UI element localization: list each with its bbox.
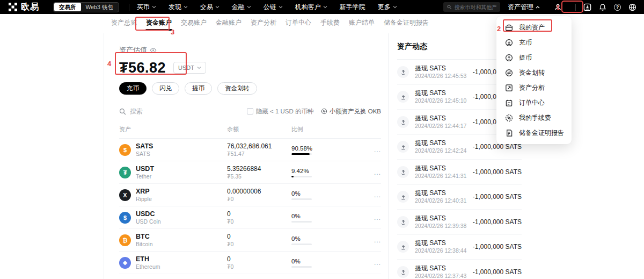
activity-item-amount: -1,000,000 SATS [473,243,522,251]
activity-item-title: 提现 SATS [415,65,473,72]
xrp-coin-icon: X [119,189,131,201]
activity-item[interactable]: 提现 SATS 2024/02/26 12:38:44 -1,000,000 S… [397,235,522,260]
asset-search-input[interactable] [130,108,194,115]
coin-symbol: USDT [136,165,154,173]
download-app-button[interactable] [583,3,591,11]
topbar-nav-item[interactable]: 交易 [200,3,219,12]
tab-资金账户[interactable]: 资金账户 [145,13,173,32]
report-icon [505,129,513,137]
topbar-nav-item[interactable]: 发现 [169,3,188,12]
activity-item-time: 2024/02/26 12:42:24 [415,147,473,154]
tab-账户结单[interactable]: 账户结单 [348,13,376,32]
topbar-nav-item[interactable]: 机构客户 [295,3,327,12]
row-more-button[interactable]: ... [356,169,381,176]
menu-item-资金划转[interactable]: 资金划转 [496,65,572,80]
menu-item-我的手续费[interactable]: 我的手续费 [496,110,572,125]
coin-percent: 0% [291,190,356,197]
topbar-search[interactable] [443,2,500,12]
topbar-nav-item[interactable]: 买币 [137,3,156,12]
row-more-button[interactable]: ... [356,191,381,199]
notifications-button[interactable] [599,3,606,11]
deposit-icon [505,39,513,47]
usdc-coin-icon: $ [119,212,131,224]
coin-name: Tether [136,173,154,180]
withdraw-arrow-icon [397,241,409,253]
transfer-icon [505,69,513,77]
eye-icon[interactable] [150,47,157,54]
header-balance: 余额 [227,125,291,133]
menu-item-我的资产[interactable]: 我的资产 [496,20,572,35]
row-more-button[interactable]: ... [356,237,381,244]
activity-item[interactable]: 提现 SATS 2024/02/26 12:40:31 -1,000,000 S… [397,185,522,210]
tab-资产分析[interactable]: 资产分析 [250,13,277,32]
topbar-nav-item[interactable]: 新手学院 [340,3,365,12]
globe-icon [628,3,636,11]
topbar-search-input[interactable] [455,4,496,10]
activity-item-title: 提现 SATS [415,264,473,272]
percent-bar [291,244,312,245]
asset-row-usdt: ₮ USDT Tether 5.35266884 ₮5.35 9.42% ... [119,161,381,184]
language-button[interactable] [628,3,636,11]
left-divider [104,33,104,279]
header-ratio: 比例 [291,125,356,133]
tab-手续费[interactable]: 手续费 [319,13,341,32]
help-button[interactable]: ? [614,4,621,11]
withdraw-arrow-icon [397,141,409,153]
activity-item-amount: -1,000,000 SATS [473,218,522,226]
tab-交易账户[interactable]: 交易账户 [180,13,208,32]
activity-item-amount: -1,000,000 SATS [473,268,522,276]
coin-name: Ripple [136,196,152,202]
withdraw-arrow-icon [397,191,409,203]
menu-item-充币[interactable]: 充币 [496,35,572,50]
action-闪兑[interactable]: 闪兑 [152,82,179,95]
asset-management-menu[interactable]: 资产管理 [508,3,540,12]
menu-item-资产分析[interactable]: 资产分析 [496,80,572,95]
chevron-down-icon [393,6,397,9]
convert-small-assets-link[interactable]: 小额资产兑换 OKB [321,108,381,116]
checkbox-icon[interactable] [247,108,253,115]
topbar-nav-item[interactable]: 金融 [232,3,251,12]
activity-item-time: 2024/02/26 12:44:17 [415,123,473,130]
tab-储备金证明报告[interactable]: 储备金证明报告 [383,13,430,32]
bell-icon [599,3,606,11]
activity-item[interactable]: 提现 SATS 2024/02/26 12:39:38 -1,000,000 S… [397,210,522,235]
topbar-nav-item[interactable]: 更多 [378,3,397,12]
currency-select[interactable]: USDT [173,62,206,74]
activity-item-title: 提现 SATS [415,115,473,122]
topbar-nav-item[interactable]: 公链 [264,3,283,12]
row-more-button[interactable]: ... [356,214,381,221]
menu-item-订单中心[interactable]: 订单中心 [496,95,572,110]
action-提币[interactable]: 提币 [185,82,212,95]
asset-table: $ SATS SATS 76,032,686.061 ₮51.47 90.58%… [119,139,381,279]
hide-small-assets-checkbox[interactable]: 隐藏 < 1 USD 的币种 [247,108,314,116]
menu-item-储备金证明报告[interactable]: 储备金证明报告 [496,125,572,140]
action-buttons: 充币闪兑提币资金划转 [119,82,381,95]
tab-资产总览[interactable]: 资产总览 [110,13,138,32]
coin-name: SATS [136,151,153,157]
okx-logo[interactable]: 欧易 [9,2,39,13]
activity-item-time: 2024/02/26 12:38:44 [415,247,473,254]
eth-coin-icon: ◆ [119,257,131,269]
action-资金划转[interactable]: 资金划转 [217,82,257,95]
coin-name: Bitcoin [136,241,153,247]
toggle-web3-wallet[interactable]: Web3 钱包 [81,3,118,11]
usdt-coin-icon: ₮ [119,167,131,178]
asset-search[interactable] [119,108,247,115]
row-more-button[interactable]: ... [356,259,381,267]
orders-icon [505,99,513,107]
toggle-exchange[interactable]: 交易所 [54,3,81,11]
percent-bar [291,221,312,223]
account-button[interactable] [547,2,568,13]
percent-bar [291,176,312,177]
analysis-icon [505,84,513,92]
activity-item-time: 2024/02/26 12:45:10 [415,97,473,104]
tab-金融账户[interactable]: 金融账户 [215,13,243,32]
coin-fiat-value: ₮0 [227,263,291,270]
tab-订单中心[interactable]: 订单中心 [284,13,312,32]
row-more-button[interactable]: ... [356,146,381,154]
action-充币[interactable]: 充币 [119,82,147,95]
activity-item[interactable]: 提现 SATS 2024/02/26 12:37:43 -1,000,000 S… [397,260,522,279]
download-icon [583,3,591,11]
menu-item-提币[interactable]: 提币 [496,50,572,65]
activity-item[interactable]: 提现 SATS 2024/02/26 12:41:31 -1,000,000 S… [397,160,522,185]
